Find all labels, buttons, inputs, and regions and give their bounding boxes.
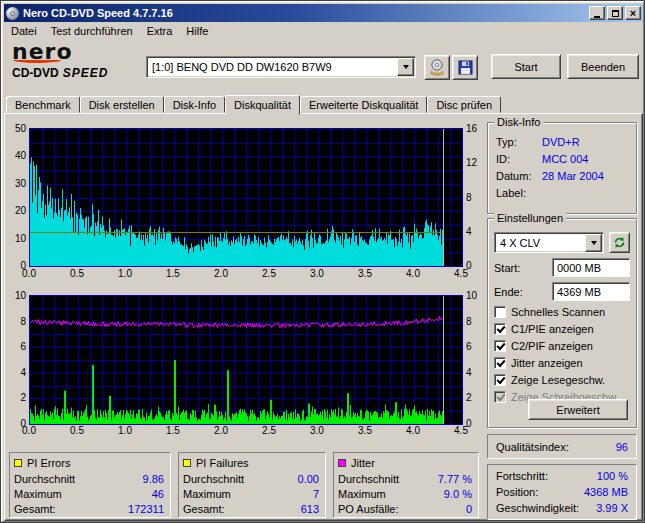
- maximize-button[interactable]: [607, 6, 623, 20]
- jitter-pif-chart: [29, 295, 463, 425]
- tick-label: 2: [466, 393, 472, 403]
- menu-hilfe[interactable]: Hilfe: [179, 23, 215, 39]
- tab-disc-pruefen[interactable]: Disc prüfen: [427, 96, 501, 113]
- stat-value: 46: [152, 488, 164, 500]
- erweitert-button[interactable]: Erweitert: [528, 399, 628, 420]
- chevron-down-icon: [591, 241, 597, 245]
- disk-type-label: Typ:: [496, 136, 542, 148]
- checkbox-c2-pif-anzeigen[interactable]: [494, 340, 506, 352]
- checkbox-jitter-anzeigen[interactable]: [494, 357, 506, 369]
- checkbox-label: C2/PIF anzeigen: [511, 340, 593, 352]
- pi-failures-color-swatch: [183, 459, 191, 467]
- minimize-button[interactable]: [589, 6, 605, 20]
- drive-selector-value: [1:0] BENQ DVD DD DW1620 B7W9: [147, 61, 396, 73]
- stat-value: 172311: [128, 503, 164, 515]
- start-field[interactable]: 0000 MB: [552, 258, 630, 277]
- nero-logo: nero CD-DVDSPEED: [12, 42, 142, 80]
- pi-errors-panel: PI Errors Durchschnitt9.86 Maximum46 Ges…: [9, 452, 171, 518]
- tick-label: 4.0: [406, 269, 420, 279]
- logo-brand-text: nero: [12, 42, 142, 62]
- checkbox-label: Zeige Lesegeschw.: [511, 374, 605, 386]
- checkbox-zeige-lesegeschw[interactable]: [494, 374, 506, 386]
- tab-erweiterte-diskqualitaet[interactable]: Erweiterte Diskqualität: [300, 96, 427, 113]
- progress-panel: Fortschritt:100 % Position:4368 MB Gesch…: [487, 464, 637, 520]
- stat-value: 7: [313, 488, 319, 500]
- tick-label: 2.5: [262, 426, 276, 436]
- drive-selector[interactable]: [1:0] BENQ DVD DD DW1620 B7W9: [146, 56, 416, 78]
- tick-label: 0.0: [22, 269, 36, 279]
- tick-label: 8: [466, 193, 472, 203]
- disk-id-label: ID:: [496, 153, 542, 165]
- refresh-button[interactable]: [609, 232, 630, 253]
- disc-info-button[interactable]: [424, 55, 450, 80]
- speed-value: 3.99 X: [596, 502, 628, 514]
- tick-label: 1.0: [118, 426, 132, 436]
- tick-label: 6: [466, 342, 472, 352]
- end-field[interactable]: 4369 MB: [552, 282, 630, 301]
- logo-speed-text: SPEED: [63, 66, 109, 80]
- quality-index-panel: Qualitätsindex: 96: [487, 434, 637, 459]
- tick-label: 20: [15, 206, 26, 216]
- tab-disk-erstellen[interactable]: Disk erstellen: [80, 96, 164, 113]
- checkbox-label: C1/PIE anzeigen: [511, 323, 594, 335]
- tick-label: 2.0: [214, 269, 228, 279]
- stat-label: Maximum: [183, 488, 231, 500]
- jitter-panel: Jitter Durchschnitt7.77 % Maximum9.0 % P…: [333, 452, 479, 518]
- start-button[interactable]: Start: [491, 54, 561, 79]
- stat-value: 0: [466, 503, 472, 515]
- speed-selector-value: 4 X CLV: [495, 237, 584, 249]
- pi-errors-color-swatch: [14, 459, 22, 467]
- disk-id-value: MCC 004: [542, 153, 588, 165]
- save-button[interactable]: [452, 55, 478, 80]
- stat-panel-title: Jitter: [351, 457, 375, 469]
- disk-label-label: Label:: [496, 187, 542, 199]
- stat-panel-title: PI Failures: [196, 457, 249, 469]
- chart2-right-axis: 1086420: [464, 296, 484, 424]
- stat-value: 0.00: [298, 473, 319, 485]
- disk-info-group-title: Disk-Info: [494, 116, 543, 129]
- end-field-value: 4369 MB: [557, 286, 601, 298]
- speed-dropdown-button[interactable]: [585, 234, 602, 252]
- stat-label: Gesamt:: [183, 503, 225, 515]
- stat-value: 7.77 %: [438, 473, 472, 485]
- tab-benchmark[interactable]: Benchmark: [6, 96, 80, 113]
- close-button[interactable]: ×: [625, 6, 641, 20]
- tick-label: 4.5: [454, 426, 468, 436]
- floppy-icon: [458, 60, 473, 75]
- tick-label: 2.0: [214, 426, 228, 436]
- menu-datei[interactable]: Datei: [4, 23, 44, 39]
- menu-extra[interactable]: Extra: [140, 23, 180, 39]
- chart2-x-axis: 0.00.51.01.52.02.53.03.54.04.5: [29, 426, 461, 438]
- chart1-right-axis: 1612840: [464, 129, 484, 266]
- chevron-down-icon: [403, 65, 409, 69]
- pi-failures-panel: PI Failures Durchschnitt0.00 Maximum7 Ge…: [178, 452, 326, 518]
- stat-panel-title: PI Errors: [27, 457, 70, 469]
- tick-label: 8: [20, 317, 26, 327]
- drive-dropdown-button[interactable]: [397, 58, 414, 76]
- stats-row: PI Errors Durchschnitt9.86 Maximum46 Ges…: [9, 452, 479, 518]
- tab-diskqualitaet[interactable]: Diskqualität: [225, 95, 300, 115]
- checkbox-c1-pie-anzeigen[interactable]: [494, 323, 506, 335]
- quit-button[interactable]: Beenden: [567, 54, 639, 79]
- tick-label: 4.5: [454, 269, 468, 279]
- end-field-label: Ende:: [494, 286, 523, 298]
- tick-label: 3.5: [358, 426, 372, 436]
- tick-label: 50: [15, 124, 26, 134]
- tick-label: 4: [466, 227, 472, 237]
- checkbox-schnelles-scannen[interactable]: [494, 306, 506, 318]
- checkbox-zeige-schreibgeschw[interactable]: [494, 391, 506, 403]
- quality-index-value: 96: [616, 441, 628, 453]
- tab-disk-info[interactable]: Disk-Info: [164, 96, 225, 113]
- maximize-icon: [612, 10, 619, 17]
- app-window: Nero CD-DVD Speed 4.7.7.16 × Datei Test …: [0, 0, 645, 523]
- menubar: Datei Test durchführen Extra Hilfe: [4, 22, 643, 40]
- tick-label: 4.0: [406, 426, 420, 436]
- tick-label: 3.0: [310, 426, 324, 436]
- position-value: 4368 MB: [584, 486, 628, 498]
- disk-type-value: DVD+R: [542, 136, 580, 148]
- position-label: Position:: [496, 486, 538, 498]
- tab-strip: Benchmark Disk erstellen Disk-Info Diskq…: [4, 94, 501, 114]
- menu-test-durchfuehren[interactable]: Test durchführen: [44, 23, 140, 39]
- tick-label: 4: [20, 368, 26, 378]
- speed-selector[interactable]: 4 X CLV: [494, 232, 604, 253]
